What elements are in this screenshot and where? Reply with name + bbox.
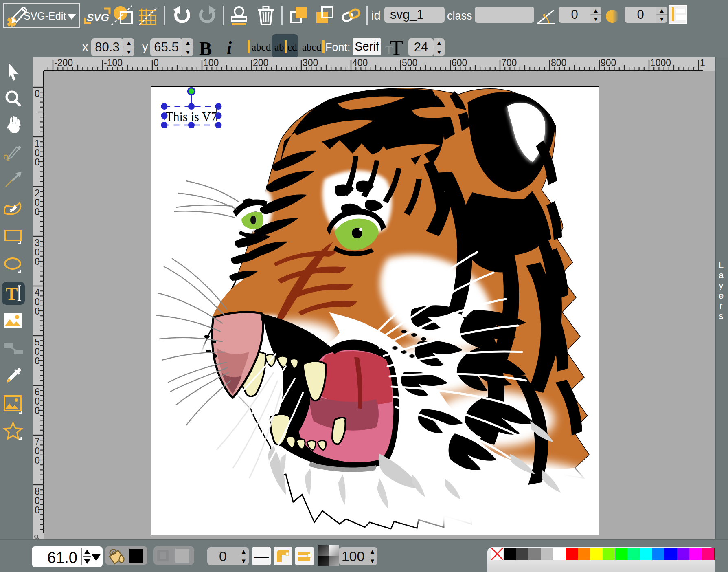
svg-text:0: 0 — [153, 57, 159, 68]
svg-text:1: 1 — [700, 57, 705, 68]
svg-text:0: 0 — [35, 306, 40, 317]
svg-text:500: 500 — [402, 57, 417, 68]
svg-text:-100: -100 — [104, 57, 123, 68]
svg-text:This is V7: This is V7 — [166, 110, 217, 124]
svg-text:200: 200 — [253, 57, 268, 68]
svg-text:0: 0 — [35, 88, 40, 99]
svg-text:0: 0 — [35, 405, 40, 416]
svg-text:T: T — [6, 284, 18, 304]
svg-text:0: 0 — [35, 157, 40, 167]
svg-text:0: 0 — [35, 455, 40, 466]
svg-text:700: 700 — [501, 57, 517, 68]
svg-text:0: 0 — [35, 256, 40, 267]
svg-text:400: 400 — [352, 57, 368, 68]
svg-text:100: 100 — [203, 57, 219, 68]
svg-text:0: 0 — [35, 207, 40, 217]
svg-text:300: 300 — [303, 57, 318, 68]
svg-text:0: 0 — [35, 505, 40, 515]
svg-text:900: 900 — [601, 57, 616, 68]
svg-text:1000: 1000 — [650, 57, 671, 68]
svg-text:-200: -200 — [54, 57, 73, 68]
svg-text:0: 0 — [35, 356, 40, 366]
svg-text:800: 800 — [551, 57, 566, 68]
svg-text:600: 600 — [452, 57, 467, 68]
